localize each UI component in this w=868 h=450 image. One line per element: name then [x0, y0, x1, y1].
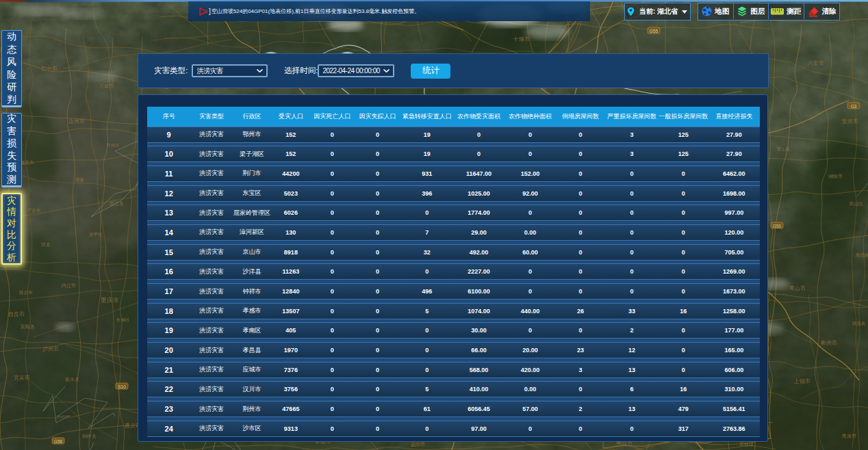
svg-text:G55: G55: [650, 29, 659, 34]
svg-text:自贡市: 自贡市: [8, 311, 25, 317]
svg-text:衢州市: 衢州市: [821, 340, 837, 346]
svg-text:黄山区: 黄山区: [849, 201, 863, 207]
svg-text:安庆市: 安庆市: [842, 118, 858, 124]
svg-text:六安市: 六安市: [808, 60, 824, 66]
svg-text:旌德县: 旌德县: [856, 252, 868, 258]
svg-text:巴中市: 巴中市: [41, 66, 58, 72]
svg-text:渠县: 渠县: [75, 177, 85, 182]
svg-text:叙永县: 叙永县: [65, 377, 79, 382]
svg-text:垫江县: 垫江县: [109, 201, 124, 207]
svg-text:G50: G50: [773, 224, 782, 228]
svg-text:南充市: 南充市: [21, 160, 34, 166]
svg-text:隆昌市: 隆昌市: [19, 290, 33, 295]
svg-text:桐梓县: 桐梓县: [81, 434, 97, 439]
svg-text:宜宾市: 宜宾市: [14, 375, 30, 381]
svg-text:铜陵市: 铜陵市: [828, 173, 843, 178]
svg-text:鹰潭市: 鹰潭市: [842, 433, 856, 439]
svg-text:S10: S10: [118, 384, 126, 389]
svg-text:G3: G3: [851, 104, 857, 109]
svg-text:绩溪县: 绩溪县: [852, 321, 866, 326]
svg-text:广安市: 广安市: [27, 208, 41, 213]
svg-text:泸州市: 泸州市: [42, 346, 59, 352]
svg-text:上饶市: 上饶市: [793, 378, 810, 384]
svg-text:梁平区: 梁平区: [89, 232, 103, 237]
svg-text:霍山县: 霍山县: [777, 146, 791, 151]
svg-text:富顺县: 富顺县: [21, 323, 35, 329]
svg-text:重庆市: 重庆市: [101, 297, 119, 304]
svg-text:万源市: 万源市: [99, 83, 114, 88]
svg-text:荣县: 荣县: [41, 242, 51, 247]
svg-text:开州区: 开州区: [106, 143, 120, 148]
svg-text:内江市: 内江市: [62, 282, 76, 289]
svg-text:长寿区: 长寿区: [116, 317, 130, 322]
svg-text:十堰市: 十堰市: [513, 36, 530, 42]
svg-text:益阳市: 益阳市: [411, 441, 425, 447]
svg-text:景德镇: 景德镇: [739, 442, 754, 447]
svg-text:G56: G56: [54, 439, 63, 444]
svg-text:黄山市: 黄山市: [789, 285, 806, 291]
svg-text:达州市: 达州市: [68, 118, 85, 124]
